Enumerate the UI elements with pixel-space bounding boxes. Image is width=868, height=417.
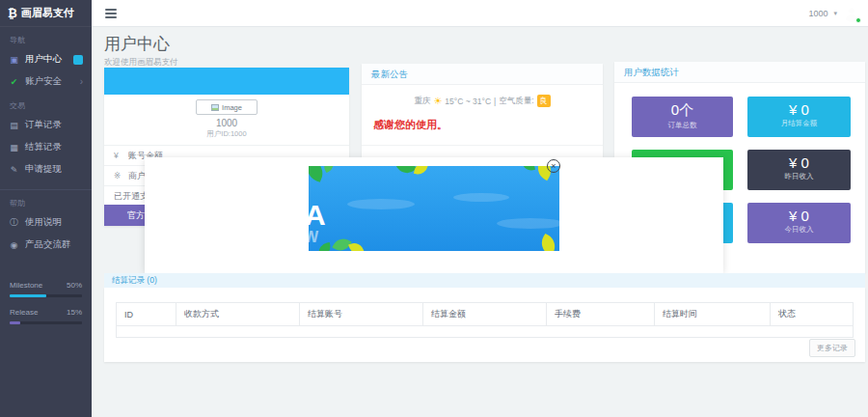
sidebar-item-label: 使用说明 — [25, 216, 62, 229]
stat-value: ¥ 0 — [747, 154, 851, 171]
menu-toggle-icon[interactable] — [105, 9, 117, 20]
stat-value: ¥ 0 — [747, 208, 851, 224]
partial-banner-text: W — [309, 230, 318, 245]
online-status-dot — [855, 17, 861, 23]
stat-label: 月结算金额 — [747, 119, 851, 128]
user-menu[interactable]: 1000 ▾ — [808, 0, 860, 27]
info-icon: ⓘ — [9, 216, 19, 229]
stat-tile-yesterday-income: ¥ 0 昨日收入 — [747, 150, 851, 190]
stat-value: 0个 — [632, 101, 733, 120]
brand-title: 画眉易支付 — [21, 6, 74, 20]
cloud-shape — [453, 193, 509, 202]
sidebar-section-help: 帮助 — [0, 190, 92, 211]
weather-separator: | — [494, 97, 496, 106]
user-center-icon: ▣ — [9, 55, 19, 65]
leaf-shape — [414, 166, 428, 176]
announcement-modal: A W × — [145, 157, 723, 273]
air-quality-badge: 良 — [537, 95, 551, 107]
broken-avatar-placeholder: Image — [196, 99, 258, 115]
notification-badge — [73, 55, 83, 65]
announcement-divider — [362, 145, 603, 146]
sun-icon: ☀ — [433, 96, 442, 106]
progress-fill — [10, 294, 46, 297]
col-settlement-time: 结算时间 — [655, 303, 771, 326]
col-fee: 手续费 — [547, 303, 655, 326]
col-settlement-amount: 结算金额 — [423, 303, 547, 326]
stat-tile-month-settlement: ¥ 0 月结算金额 — [747, 97, 851, 137]
weather-temp: 15°C ~ 31°C — [445, 97, 491, 106]
sidebar-item-settlement-records[interactable]: ▦ 结算记录 — [0, 136, 92, 158]
more-records-button[interactable]: 更多记录 — [809, 339, 855, 357]
progress-value: 15% — [67, 308, 82, 317]
broken-image-icon — [211, 104, 219, 111]
caret-down-icon: ▾ — [833, 10, 837, 17]
sidebar-item-label: 产品交流群 — [25, 238, 71, 251]
image-alt-text: Image — [222, 103, 242, 112]
sidebar-item-usage-docs[interactable]: ⓘ 使用说明 — [0, 211, 92, 234]
leaf-shape — [321, 166, 337, 173]
sidebar-section-nav: 导航 — [0, 27, 92, 48]
group-icon: ◉ — [9, 240, 19, 250]
sidebar: ₿ 画眉易支付 导航 ▣ 用户中心 ✔ 账户安全 › 交易 ▤ 订单记录 ▦ 结… — [0, 0, 92, 417]
sidebar-item-order-records[interactable]: ▤ 订单记录 — [0, 114, 92, 136]
sidebar-item-withdraw[interactable]: ✎ 申请提现 — [0, 158, 92, 181]
sidebar-item-label: 订单记录 — [25, 119, 62, 131]
profile-banner — [104, 68, 349, 95]
air-quality-label: 空气质量: — [499, 96, 533, 107]
settlement-icon: ▦ — [9, 143, 19, 153]
table-header-row: ID 收款方式 结算账号 结算金额 手续费 结算时间 状态 — [117, 303, 854, 326]
chevron-right-icon: › — [80, 77, 83, 87]
table-empty-row — [117, 326, 854, 338]
progress-label: Milestone — [10, 281, 42, 290]
close-icon[interactable]: × — [547, 159, 560, 173]
brand-logo[interactable]: ₿ 画眉易支付 — [0, 0, 92, 27]
page-title: 用户中心 — [104, 33, 178, 55]
sidebar-item-user-center[interactable]: ▣ 用户中心 — [0, 48, 92, 70]
stat-label: 昨日收入 — [747, 172, 851, 181]
stats-card-title: 用户数据统计 — [614, 62, 865, 83]
sidebar-item-label: 申请提现 — [25, 163, 62, 176]
withdraw-pencil-icon: ✎ — [9, 165, 19, 175]
settlement-table-card: ID 收款方式 结算账号 结算金额 手续费 结算时间 状态 更多记录 — [104, 288, 865, 362]
weather-city: 重庆 — [414, 96, 430, 107]
weather-line: 重庆 ☀ 15°C ~ 31°C | 空气质量: 良 — [362, 95, 603, 107]
app-root: ₿ 画眉易支付 导航 ▣ 用户中心 ✔ 账户安全 › 交易 ▤ 订单记录 ▦ 结… — [0, 0, 868, 417]
col-id: ID — [117, 303, 176, 326]
promo-banner-image[interactable]: A W — [309, 166, 559, 251]
col-status: 状态 — [771, 303, 854, 326]
avatar[interactable] — [843, 5, 860, 22]
progress-label: Release — [10, 308, 38, 317]
stat-label: 今日收入 — [747, 225, 851, 235]
announcement-card-title: 最新公告 — [362, 64, 603, 85]
progress-track — [10, 294, 82, 297]
progress-value: 50% — [67, 281, 82, 290]
cloud-shape — [497, 218, 559, 229]
topbar: 1000 ▾ — [92, 0, 868, 27]
leaf-shape — [537, 234, 559, 251]
sidebar-item-account-security[interactable]: ✔ 账户安全 › — [0, 70, 92, 93]
yen-icon: ¥ — [114, 151, 122, 160]
col-payment-method: 收款方式 — [176, 303, 300, 326]
sidebar-section-trade: 交易 — [0, 93, 92, 114]
bitcoin-logo-icon: ₿ — [8, 7, 17, 20]
announcement-message: 感谢您的使用。 — [373, 118, 591, 132]
stat-tile-total-orders: 0个 订单总数 — [632, 97, 733, 137]
partial-banner-text: A — [309, 201, 326, 230]
progress-milestone: Milestone 50% — [0, 281, 92, 297]
progress-release: Release 15% — [0, 308, 92, 324]
settlement-section-title: 结算记录 (0) — [104, 273, 865, 288]
progress-track — [10, 321, 82, 324]
leaf-shape — [522, 166, 535, 172]
orders-icon: ▤ — [9, 121, 19, 130]
cloud-shape — [347, 199, 415, 209]
username-label: 1000 — [808, 9, 827, 18]
profile-username: 1000 — [104, 118, 349, 128]
leaf-shape — [317, 242, 332, 251]
page-head: 用户中心 欢迎使用画眉易支付 — [104, 33, 178, 69]
stat-tile-today-income: ¥ 0 今日收入 — [747, 203, 851, 243]
sidebar-item-product-group[interactable]: ◉ 产品交流群 — [0, 234, 92, 256]
stat-value: ¥ 0 — [747, 101, 851, 118]
col-settlement-account: 结算账号 — [300, 303, 423, 326]
profile-user-id: 用户ID:1000 — [104, 129, 349, 139]
sidebar-item-label: 账户安全 — [25, 75, 62, 88]
